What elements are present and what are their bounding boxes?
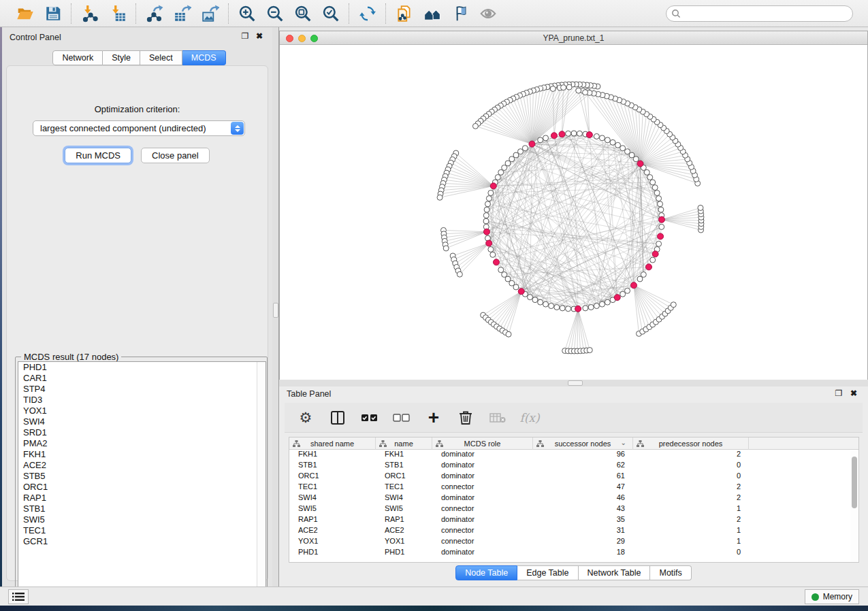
network-window-titlebar[interactable]: YPA_prune.txt_1	[280, 31, 867, 45]
run-mcds-button[interactable]: Run MCDS	[65, 148, 131, 163]
table-row[interactable]: RAP1RAP1dominator352	[289, 515, 858, 526]
dominator-node[interactable]	[518, 288, 524, 295]
save-session-icon[interactable]	[44, 4, 62, 22]
mcds-result-item[interactable]: PMA2	[18, 438, 266, 449]
dominator-node[interactable]	[658, 233, 664, 240]
tab-network[interactable]: Network	[52, 50, 103, 65]
mcds-result-list[interactable]: PHD1CAR1STP4TID3YOX1SWI4SRD1PMA2FKH1ACE2…	[18, 361, 266, 608]
network-canvas[interactable]	[280, 45, 867, 380]
export-network-icon[interactable]	[145, 4, 163, 22]
dominator-node[interactable]	[645, 264, 652, 270]
scrollbar-thumb[interactable]	[852, 457, 857, 508]
task-history-button[interactable]	[8, 589, 29, 604]
zoom-fit-icon[interactable]	[293, 4, 312, 22]
dominator-node[interactable]	[529, 141, 535, 147]
table-row[interactable]: PHD1PHD1dominator180	[289, 548, 858, 559]
refresh-icon[interactable]	[358, 4, 376, 22]
tab-mcds[interactable]: MCDS	[182, 50, 226, 65]
open-session-icon[interactable]	[16, 4, 34, 22]
column-header-name[interactable]: name	[376, 437, 432, 450]
close-panel-button[interactable]: Close panel	[141, 148, 210, 163]
tab-style[interactable]: Style	[103, 50, 140, 65]
mcds-result-item[interactable]: TID3	[18, 395, 266, 406]
tab-motifs[interactable]: Motifs	[650, 565, 691, 580]
mcds-result-item[interactable]: TEC1	[18, 525, 266, 536]
dominator-node[interactable]	[493, 259, 499, 265]
mcds-result-item[interactable]: STB5	[18, 471, 266, 482]
zoom-out-icon[interactable]	[266, 4, 284, 22]
table-row[interactable]: TEC1TEC1connector472	[289, 482, 858, 493]
float-panel-icon[interactable]: ❐	[240, 32, 250, 42]
mcds-result-item[interactable]: STP4	[18, 384, 266, 395]
table-row[interactable]: ORC1ORC1dominator610	[289, 472, 858, 482]
dominator-node[interactable]	[614, 295, 620, 301]
optimization-criterion-select[interactable]: largest connected component (undirected)	[33, 120, 245, 136]
zoom-in-icon[interactable]	[238, 4, 256, 22]
mcds-result-item[interactable]: ORC1	[18, 482, 266, 493]
dominator-node[interactable]	[551, 133, 557, 139]
table-scrollbar[interactable]	[850, 451, 858, 562]
function-builder-icon[interactable]: f(x)	[521, 409, 539, 427]
dominator-node[interactable]	[490, 183, 496, 189]
hide-selected-icon[interactable]	[451, 4, 469, 22]
tab-network-table[interactable]: Network Table	[579, 565, 651, 580]
sort-descending-icon[interactable]: ⌄	[621, 439, 626, 446]
mcds-result-item[interactable]: CAR1	[18, 373, 266, 384]
show-column-icon[interactable]	[329, 409, 347, 427]
vertical-splitter[interactable]	[272, 27, 279, 587]
mcds-result-item[interactable]: SWI5	[18, 514, 266, 525]
dominator-node[interactable]	[559, 131, 565, 137]
delete-column-icon[interactable]	[457, 409, 475, 427]
memory-button[interactable]: Memory	[805, 589, 859, 604]
import-network-icon[interactable]	[80, 4, 99, 22]
mcds-result-item[interactable]: YOX1	[18, 406, 266, 416]
deselect-all-icon[interactable]	[393, 409, 411, 427]
export-image-icon[interactable]	[201, 4, 219, 22]
node-table[interactable]: shared namenameMCDS rolesuccessor nodes⌄…	[289, 437, 859, 563]
dominator-node[interactable]	[652, 251, 658, 257]
column-header-MCDS-role[interactable]: MCDS role	[432, 437, 533, 450]
mcds-result-item[interactable]: STB1	[18, 503, 266, 514]
clone-network-icon[interactable]	[395, 4, 413, 22]
delete-table-icon[interactable]	[489, 409, 507, 427]
tab-node-table[interactable]: Node Table	[455, 565, 517, 580]
export-table-icon[interactable]	[173, 4, 191, 22]
mcds-result-item[interactable]: FKH1	[18, 449, 266, 460]
mcds-result-item[interactable]: ACE2	[18, 460, 266, 471]
dominator-node[interactable]	[586, 132, 592, 138]
zoom-selected-icon[interactable]	[321, 4, 340, 22]
column-header-predecessor-nodes[interactable]: predecessor nodes	[633, 437, 749, 450]
table-row[interactable]: FKH1FKH1dominator962	[289, 450, 858, 461]
nested-networks-icon[interactable]	[423, 4, 441, 22]
close-panel-icon[interactable]: ✖	[849, 389, 858, 399]
float-panel-icon[interactable]: ❐	[834, 389, 843, 399]
mcds-result-item[interactable]: RAP1	[18, 493, 266, 503]
table-row[interactable]: SWI5SWI5connector431	[289, 504, 858, 515]
network-graph[interactable]	[280, 45, 867, 380]
import-table-icon[interactable]	[108, 4, 127, 22]
mcds-result-item[interactable]: SRD1	[18, 427, 266, 438]
dominator-node[interactable]	[630, 282, 637, 288]
splitter-grip[interactable]	[273, 303, 278, 318]
dominator-node[interactable]	[486, 240, 492, 246]
tab-select[interactable]: Select	[140, 50, 182, 65]
column-header-shared-name[interactable]: shared name	[289, 437, 376, 450]
show-all-icon[interactable]	[479, 4, 497, 22]
dominator-node[interactable]	[658, 216, 664, 222]
dominator-node[interactable]	[575, 306, 581, 312]
mcds-result-item[interactable]: PHD1	[18, 362, 266, 373]
mcds-list-scrollbar[interactable]	[257, 362, 266, 608]
column-header-successor-nodes[interactable]: successor nodes⌄	[533, 437, 633, 450]
search-input[interactable]	[666, 5, 853, 22]
horizontal-splitter[interactable]	[279, 380, 868, 386]
settings-gear-icon[interactable]: ⚙	[297, 409, 315, 427]
select-all-icon[interactable]	[361, 409, 379, 427]
mcds-result-item[interactable]: SWI4	[18, 416, 266, 427]
tab-edge-table[interactable]: Edge Table	[517, 565, 578, 580]
add-column-icon[interactable]: +	[425, 409, 443, 427]
mcds-result-item[interactable]: GCR1	[18, 536, 266, 547]
splitter-grip[interactable]	[568, 380, 583, 386]
dominator-node[interactable]	[483, 229, 489, 235]
table-row[interactable]: YOX1YOX1connector291	[289, 537, 858, 548]
table-row[interactable]: SWI4SWI4dominator462	[289, 493, 858, 504]
